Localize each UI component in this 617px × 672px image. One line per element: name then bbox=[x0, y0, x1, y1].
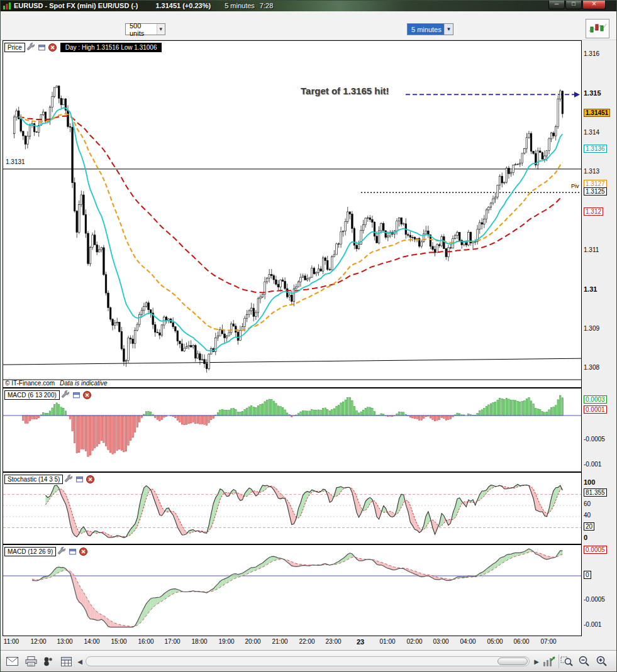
time-label: 02:00 bbox=[401, 638, 428, 645]
chevron-down-icon: ▼ bbox=[157, 24, 165, 35]
axis-label: 1.314 bbox=[584, 129, 599, 137]
scroll-left-button[interactable]: ◀ bbox=[75, 656, 85, 667]
zoom-selection-icon bbox=[560, 656, 573, 667]
axis-label: 1.3125 bbox=[584, 187, 607, 196]
detach-window-icon[interactable] bbox=[37, 43, 47, 52]
axis-label: 1.311 bbox=[584, 246, 599, 255]
axis-label: 81.355 bbox=[584, 488, 607, 497]
axis-label: 100 bbox=[584, 478, 595, 487]
axis-label: 0.0003 bbox=[584, 395, 607, 404]
settings-wrench-icon[interactable] bbox=[26, 43, 36, 52]
maximize-button[interactable]: □ bbox=[565, 0, 582, 9]
axis-label: 40 bbox=[584, 512, 591, 520]
macd-fast-label: MACD (6 13 200) bbox=[4, 390, 60, 400]
bottom-toolbar: ◀ ▶ bbox=[0, 650, 617, 672]
detach-window-icon[interactable] bbox=[75, 475, 84, 484]
auto-fit-button[interactable] bbox=[541, 654, 557, 669]
time-label: 11:00 bbox=[0, 638, 25, 645]
axis-label: 1.315 bbox=[584, 89, 601, 97]
time-label: 19:00 bbox=[213, 638, 240, 645]
axis-label: -0.0005 bbox=[584, 596, 605, 604]
axis-label: 1.313 bbox=[584, 168, 599, 176]
scroll-left-icon: ◀ bbox=[77, 658, 82, 665]
stochastic-axis: 10081.3556040200 bbox=[583, 472, 616, 544]
time-label: 13:00 bbox=[51, 638, 79, 645]
settings-wrench-icon[interactable] bbox=[61, 390, 70, 400]
stochastic-label: Stochastic (14 3 5) bbox=[4, 475, 63, 484]
axis-label: -0.001 bbox=[584, 621, 601, 629]
macd-fast-plot[interactable] bbox=[3, 388, 581, 471]
macd-slow-label: MACD (12 26 9) bbox=[4, 547, 56, 556]
time-label: 23 bbox=[347, 638, 374, 646]
settings-wrench-icon[interactable] bbox=[64, 475, 74, 484]
time-axis: 11:0012:0013:0014:0015:0016:0017:0018:00… bbox=[3, 636, 614, 650]
time-label: 20:00 bbox=[239, 638, 267, 645]
time-label: 04:00 bbox=[454, 638, 482, 645]
axis-label: 1.308 bbox=[584, 364, 599, 372]
print-icon bbox=[25, 656, 37, 666]
price-plot[interactable] bbox=[3, 41, 581, 387]
zoom-in-button[interactable] bbox=[594, 654, 610, 669]
window-titlebar[interactable]: EURUSD - Spot FX (mini) EUR/USD (-) 1.31… bbox=[0, 0, 617, 11]
chart-scrollbar-thumb[interactable] bbox=[497, 658, 528, 665]
detach-window-icon[interactable] bbox=[72, 390, 81, 400]
window-timeframe: 5 minutes bbox=[225, 2, 255, 9]
window-countdown: 7:28 bbox=[260, 2, 273, 9]
zoom-selection-button[interactable] bbox=[559, 654, 575, 669]
app-icon bbox=[3, 1, 11, 10]
macd-slow-axis: 0.00050-0.0005-0.001 bbox=[583, 544, 616, 636]
copyright-note: © IT-Finance.comData is indicative bbox=[5, 380, 108, 387]
axis-label: -0.001 bbox=[584, 461, 601, 469]
axis-label: 1.3136 bbox=[584, 145, 607, 153]
level-label: 1.3131 bbox=[6, 158, 25, 165]
detach-window-icon[interactable] bbox=[68, 547, 77, 556]
axis-label: 1.31451 bbox=[584, 109, 610, 117]
window-title: EURUSD - Spot FX (mini) EUR/USD (-) bbox=[14, 2, 138, 9]
axis-label: 1.31 bbox=[584, 285, 597, 294]
chart-scrollbar[interactable] bbox=[86, 656, 530, 666]
pivot-label: Piv bbox=[571, 183, 579, 189]
chart-type-button[interactable] bbox=[586, 19, 609, 38]
email-button[interactable] bbox=[4, 654, 20, 669]
target-annotation: Target of 1.3165 hit! bbox=[301, 85, 389, 96]
scroll-right-button[interactable]: ▶ bbox=[531, 656, 542, 667]
print-button[interactable] bbox=[23, 654, 39, 669]
units-dropdown[interactable]: 500 units ▼ bbox=[125, 23, 165, 35]
macd-slow-plot[interactable] bbox=[3, 545, 581, 636]
axis-label: 60 bbox=[584, 500, 591, 509]
close-panel-icon[interactable] bbox=[82, 390, 92, 400]
axis-label: 0 bbox=[584, 534, 587, 542]
window-quote: 1.31451 (+0.23%) bbox=[155, 2, 211, 9]
email-icon bbox=[6, 657, 18, 666]
zoom-in-icon bbox=[596, 656, 608, 667]
price-panel: Price Day : High 1.31516 Low 1.31006 bbox=[3, 40, 582, 388]
time-label: 03:00 bbox=[427, 638, 455, 645]
axis-label: 1.316 bbox=[584, 50, 599, 58]
close-panel-icon[interactable] bbox=[79, 547, 88, 556]
binoculars-button[interactable] bbox=[40, 654, 57, 669]
axis-label: 0.0005 bbox=[584, 546, 607, 554]
time-label: 06:00 bbox=[508, 638, 535, 645]
settings-wrench-icon[interactable] bbox=[57, 547, 67, 556]
close-panel-icon[interactable] bbox=[86, 475, 95, 484]
price-panel-label: Price bbox=[4, 43, 25, 52]
timeframe-dropdown[interactable]: 5 minutes ▼ bbox=[407, 23, 453, 35]
time-label: 23:00 bbox=[320, 638, 347, 645]
table-button[interactable] bbox=[58, 654, 74, 669]
axis-label: 0.0001 bbox=[584, 405, 607, 414]
close-button[interactable]: × bbox=[582, 0, 606, 9]
auto-fit-chart-icon bbox=[543, 656, 555, 667]
scroll-right-icon: ▶ bbox=[534, 658, 539, 665]
disclaimer-text: Data is indicative bbox=[60, 380, 108, 387]
minimize-button[interactable]: ─ bbox=[548, 0, 565, 9]
macd-fast-panel: MACD (6 13 200) bbox=[3, 388, 582, 472]
time-label: 15:00 bbox=[105, 638, 133, 645]
close-panel-icon[interactable] bbox=[48, 43, 57, 52]
zoom-out-button[interactable] bbox=[576, 654, 592, 669]
top-toolbar: 500 units ▼ 5 minutes ▼ bbox=[0, 11, 617, 40]
candlestick-style-icon bbox=[588, 21, 607, 36]
price-axis: 1.3161.3151.314511.3141.31361.3131.31271… bbox=[583, 40, 616, 388]
copyright-text: © IT-Finance.com bbox=[5, 380, 55, 387]
units-dropdown-value: 500 units bbox=[130, 22, 157, 37]
time-label: 14:00 bbox=[78, 638, 106, 645]
